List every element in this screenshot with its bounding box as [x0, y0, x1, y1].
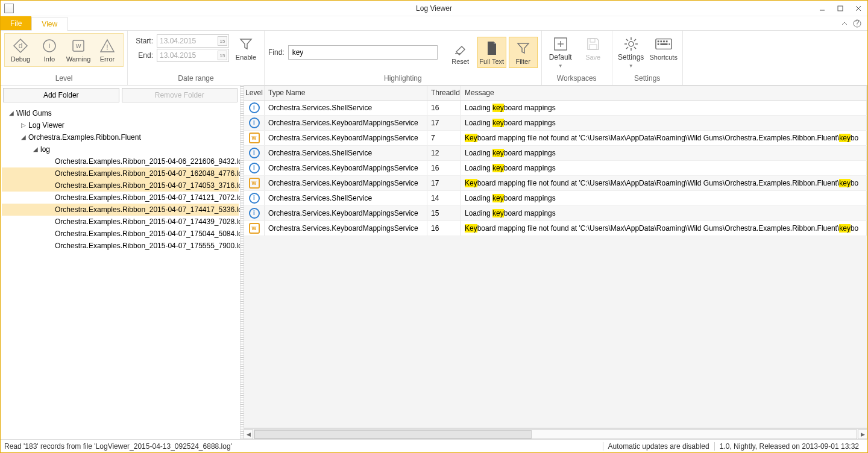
maximize-button[interactable] [831, 2, 849, 15]
workspace-default-button[interactable]: Default▼ [546, 33, 576, 72]
reset-button[interactable]: Reset [446, 37, 475, 67]
ribbon-group-daterange: Start: 13.04.201515 End: 13.04.201515 En… [128, 31, 265, 85]
grid-row[interactable]: iOrchestra.Services.ShellService14Loadin… [244, 191, 867, 206]
funnel-icon [237, 36, 254, 52]
scroll-thumb[interactable] [254, 430, 532, 439]
info-icon: i [41, 37, 58, 54]
settings-button[interactable]: Settings▼ [616, 33, 646, 72]
col-header-message[interactable]: Message [461, 86, 867, 100]
cell-type: Orchestra.Services.KeyboardMappingsServi… [265, 161, 427, 175]
help-icon[interactable]: ? [853, 19, 861, 28]
level-error-button[interactable]: ! Error [93, 35, 122, 65]
tree-file-item[interactable]: Orchestra.Examples.Ribbon_2015-04-07_162… [2, 167, 239, 180]
main-split: Add Folder Remove Folder ◢Wild Gums ▷Log… [1, 86, 867, 439]
fulltext-button[interactable]: Full Text [477, 37, 506, 68]
cell-message: Keyboard mapping file not found at 'C:\U… [461, 176, 867, 190]
calendar-icon[interactable]: 15 [218, 36, 227, 46]
tree-node-root[interactable]: ◢Wild Gums [2, 107, 239, 119]
horizontal-scrollbar[interactable]: ◀ ▶ [244, 428, 867, 439]
level-debug-button[interactable]: d Debug [6, 35, 35, 65]
tree-file-item[interactable]: Orchestra.Examples.Ribbon_2015-04-07_174… [2, 192, 239, 204]
tree-file-item[interactable]: Orchestra.Examples.Ribbon_2015-04-07_174… [2, 180, 239, 192]
tree-file-item[interactable]: Orchestra.Examples.Ribbon_2015-04-07_175… [2, 240, 239, 252]
debug-icon: d [12, 37, 29, 54]
cell-message: Keyboard mapping file not found at 'C:\U… [461, 221, 867, 236]
svg-line-28 [626, 47, 628, 49]
workspace-save-button[interactable]: Save [578, 33, 608, 63]
scroll-left-icon[interactable]: ◀ [244, 430, 253, 439]
svg-text:w: w [75, 42, 81, 50]
collapse-icon[interactable]: ◢ [20, 134, 27, 140]
status-updates: Automatic updates are disabled [603, 442, 714, 451]
col-header-type[interactable]: Type Name [265, 86, 427, 100]
cell-message: Loading keyboard mappings [461, 161, 867, 175]
grid-row[interactable]: iOrchestra.Services.KeyboardMappingsServ… [244, 116, 867, 131]
cell-threadid: 16 [427, 161, 461, 175]
side-panel: Add Folder Remove Folder ◢Wild Gums ▷Log… [1, 86, 241, 439]
folder-tree[interactable]: ◢Wild Gums ▷Log Viewer ◢Orchestra.Exampl… [1, 105, 240, 439]
tree-node-logviewer[interactable]: ▷Log Viewer [2, 119, 239, 131]
col-header-level[interactable]: Level [244, 86, 265, 100]
svg-rect-32 [663, 40, 665, 42]
scroll-track[interactable] [254, 430, 857, 439]
filter-button[interactable]: Filter [509, 37, 538, 68]
chevron-down-icon: ▼ [558, 63, 563, 69]
tab-view[interactable]: View [31, 17, 68, 31]
col-header-threadid[interactable]: ThreadId [427, 86, 461, 100]
shortcuts-button[interactable]: Shortcuts [649, 33, 679, 63]
collapse-icon[interactable]: ◢ [32, 146, 39, 152]
calendar-icon[interactable]: 15 [218, 51, 227, 60]
svg-rect-19 [590, 45, 597, 49]
tree-file-item[interactable]: Orchestra.Examples.Ribbon_2015-04-06_221… [2, 155, 239, 167]
grid-row[interactable]: iOrchestra.Services.ShellService16Loadin… [244, 101, 867, 116]
level-warning-button[interactable]: w Warning [64, 35, 93, 65]
tree-node-log[interactable]: ◢log [2, 143, 239, 155]
svg-rect-33 [665, 40, 667, 42]
grid-row[interactable]: iOrchestra.Services.KeyboardMappingsServ… [244, 161, 867, 176]
daterange-enable-button[interactable]: Enable [231, 33, 260, 63]
tree-file-item[interactable]: Orchestra.Examples.Ribbon_2015-04-07_175… [2, 228, 239, 240]
titlebar: Log Viewer [1, 1, 867, 16]
info-level-icon: i [249, 117, 260, 128]
tree-file-item[interactable]: Orchestra.Examples.Ribbon_2015-04-07_174… [2, 216, 239, 228]
svg-text:d: d [19, 42, 23, 50]
minimize-button[interactable] [813, 2, 831, 15]
find-input[interactable] [288, 45, 438, 60]
grid-row[interactable]: wOrchestra.Services.KeyboardMappingsServ… [244, 221, 867, 236]
expand-icon[interactable]: ▷ [20, 122, 27, 128]
cell-type: Orchestra.Services.ShellService [265, 146, 427, 160]
grid-row[interactable]: wOrchestra.Services.KeyboardMappingsServ… [244, 131, 867, 146]
ribbon-group-level: d Debug i Info w Warning ! Error [1, 31, 128, 85]
end-date-field[interactable]: 13.04.201515 [157, 49, 229, 62]
ribbon-group-settings: Settings▼ Shortcuts Settings [612, 31, 683, 85]
document-icon [483, 40, 500, 57]
grid-row[interactable]: iOrchestra.Services.KeyboardMappingsServ… [244, 206, 867, 221]
grid-row[interactable]: iOrchestra.Services.ShellService12Loadin… [244, 146, 867, 161]
status-bar: Read '183' records from file 'LogViewer_… [1, 439, 867, 452]
tree-file-item[interactable]: Orchestra.Examples.Ribbon_2015-04-07_174… [2, 204, 239, 216]
collapse-ribbon-icon[interactable] [841, 20, 848, 27]
warning-level-icon: w [249, 223, 260, 234]
tab-file[interactable]: File [1, 16, 31, 30]
close-button[interactable] [849, 2, 867, 15]
log-grid[interactable]: Level Type Name ThreadId Message iOrches… [244, 86, 867, 428]
cell-message: Loading keyboard mappings [461, 191, 867, 205]
svg-point-20 [629, 42, 634, 46]
scroll-right-icon[interactable]: ▶ [858, 430, 867, 439]
cell-type: Orchestra.Services.KeyboardMappingsServi… [265, 131, 427, 145]
start-label: Start: [131, 37, 153, 45]
cell-threadid: 14 [427, 191, 461, 205]
collapse-icon[interactable]: ◢ [8, 110, 15, 116]
info-level-icon: i [249, 148, 260, 158]
add-folder-button[interactable]: Add Folder [3, 88, 119, 102]
grid-header-row: Level Type Name ThreadId Message [244, 86, 867, 101]
grid-row[interactable]: wOrchestra.Services.KeyboardMappingsServ… [244, 176, 867, 191]
status-left: Read '183' records from file 'LogViewer_… [4, 442, 232, 451]
remove-folder-button[interactable]: Remove Folder [122, 88, 238, 102]
ribbon-group-workspaces: Default▼ Save Workspaces [542, 31, 612, 85]
svg-rect-18 [590, 39, 595, 42]
app-window: Log Viewer File View ? d Debug [0, 0, 868, 453]
tree-node-orchestra[interactable]: ◢Orchestra.Examples.Ribbon.Fluent [2, 131, 239, 143]
start-date-field[interactable]: 13.04.201515 [157, 34, 229, 48]
level-info-button[interactable]: i Info [35, 35, 64, 65]
